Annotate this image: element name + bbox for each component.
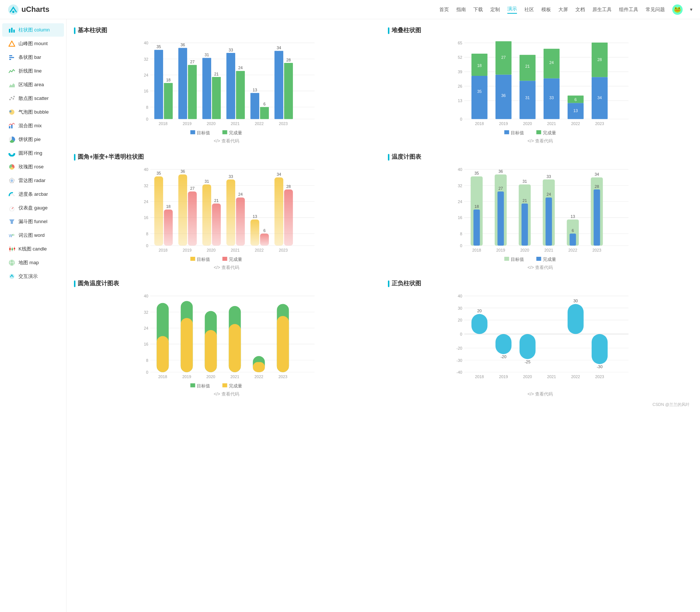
nav-demo[interactable]: 演示 <box>507 6 517 14</box>
code-link-stacked[interactable]: </> 查看代码 <box>388 138 693 144</box>
sidebar-item-scatter[interactable]: 散点图 scatter <box>2 92 64 105</box>
svg-text:31: 31 <box>522 179 527 184</box>
code-link-thermo[interactable]: </> 查看代码 <box>388 265 693 271</box>
logo[interactable]: uCharts <box>7 4 50 16</box>
sidebar-item-interact[interactable]: 交互演示 <box>2 270 64 283</box>
nav-docs[interactable]: 文档 <box>575 6 585 13</box>
svg-rect-62 <box>236 71 245 119</box>
sidebar-item-map[interactable]: 地图 map <box>2 256 64 269</box>
sidebar-item-ring[interactable]: 圆环图 ring <box>2 147 64 160</box>
svg-text:2018: 2018 <box>158 374 167 379</box>
chart-title-pos-neg: 正负柱状图 <box>388 280 693 287</box>
svg-text:6: 6 <box>263 102 266 106</box>
sidebar-item-funnel[interactable]: 漏斗图 funnel <box>2 215 64 228</box>
svg-text:2021: 2021 <box>547 374 556 379</box>
sidebar-item-word[interactable]: Wab 词云图 word <box>2 229 64 242</box>
svg-point-20 <box>10 152 13 155</box>
nav-component-tool[interactable]: 组件工具 <box>619 6 638 13</box>
sidebar-item-rose[interactable]: 玫瑰图 rose <box>2 160 64 174</box>
nav-bigscreen[interactable]: 大屏 <box>558 6 568 13</box>
svg-rect-80 <box>222 130 227 134</box>
code-link-rounded[interactable]: </> 查看代码 <box>74 265 379 271</box>
sidebar-label-ring: 圆环图 ring <box>18 150 42 157</box>
sidebar-item-area[interactable]: 区域图 area <box>2 78 64 91</box>
code-link-rounded-thermo[interactable]: </> 查看代码 <box>74 391 379 397</box>
svg-text:2022: 2022 <box>255 248 264 252</box>
svg-text:8: 8 <box>146 232 148 236</box>
svg-rect-7 <box>9 57 14 58</box>
svg-text:0: 0 <box>460 332 462 336</box>
bubble-icon <box>8 108 16 116</box>
basic-column-svg: 40 32 24 16 8 0 35 18 36 <box>74 39 379 135</box>
svg-text:8: 8 <box>146 105 148 110</box>
svg-text:18: 18 <box>477 63 481 68</box>
svg-text:0: 0 <box>146 370 148 374</box>
sidebar-item-bubble[interactable]: 气泡图 bubble <box>2 105 64 119</box>
chart-basic-column: 基本柱状图 40 32 24 16 <box>74 27 379 144</box>
sidebar-label-mount: 山峰图 mount <box>18 40 48 47</box>
frog-avatar[interactable]: 🐸 <box>672 4 683 15</box>
svg-text:40: 40 <box>144 294 148 298</box>
sidebar-item-column[interactable]: 柱状图 column <box>2 23 64 37</box>
sidebar-item-radar[interactable]: 雷达图 radar <box>2 174 64 187</box>
code-link-basic[interactable]: </> 查看代码 <box>74 138 379 144</box>
chart-stacked-column: 堆叠柱状图 65 52 39 26 <box>388 27 693 144</box>
chart-body-rounded-thermo: 40 32 24 16 8 0 <box>74 292 379 388</box>
scatter-icon <box>8 95 16 102</box>
svg-rect-142 <box>164 209 173 246</box>
nav-community[interactable]: 社区 <box>524 6 534 13</box>
nav-faq[interactable]: 常见问题 <box>646 6 665 13</box>
line-icon <box>8 67 16 75</box>
code-link-pos-neg[interactable]: </> 查看代码 <box>388 391 693 397</box>
svg-text:13: 13 <box>457 98 462 103</box>
column-icon <box>8 26 16 34</box>
nav-custom[interactable]: 定制 <box>490 6 500 13</box>
sidebar-item-pie[interactable]: 饼状图 pie <box>2 133 64 146</box>
sidebar-item-candle[interactable]: K线图 candle <box>2 242 64 256</box>
chart-body-basic: 40 32 24 16 8 0 35 18 36 <box>74 39 379 135</box>
sidebar-item-line[interactable]: 折线图 line <box>2 64 64 78</box>
nav-dropdown-icon[interactable]: ▾ <box>690 7 693 12</box>
sidebar-item-arcbar[interactable]: 进度条 arcbar <box>2 188 64 201</box>
svg-text:2023: 2023 <box>279 248 288 252</box>
svg-text:-30: -30 <box>456 358 462 363</box>
sidebar-label-line: 折线图 line <box>18 68 42 74</box>
svg-marker-9 <box>9 83 15 87</box>
nav-guide[interactable]: 指南 <box>456 6 466 13</box>
header: uCharts 首页 指南 下载 定制 演示 社区 模板 大屏 文档 原生工具 … <box>0 0 700 19</box>
svg-text:2022: 2022 <box>255 121 264 126</box>
svg-text:目标值: 目标值 <box>197 130 210 135</box>
svg-text:27: 27 <box>190 186 195 191</box>
nav-home[interactable]: 首页 <box>439 6 449 13</box>
nav-template[interactable]: 模板 <box>541 6 551 13</box>
sidebar-label-gauge: 仪表盘 gauge <box>18 205 48 211</box>
svg-text:31: 31 <box>204 53 209 57</box>
svg-rect-237 <box>205 330 217 372</box>
radar-icon <box>8 177 16 184</box>
sidebar-item-bar[interactable]: 条状图 bar <box>2 51 64 64</box>
nav-download[interactable]: 下载 <box>473 6 483 13</box>
nav-native-tool[interactable]: 原生工具 <box>592 6 612 13</box>
svg-text:2023: 2023 <box>278 374 287 379</box>
sidebar: 柱状图 column 山峰图 mount 条状图 bar 折线图 line 区域… <box>0 19 67 612</box>
sidebar-label-arcbar: 进度条 arcbar <box>18 191 48 198</box>
svg-rect-78 <box>190 130 195 134</box>
svg-rect-243 <box>277 316 289 372</box>
svg-rect-68 <box>274 51 283 119</box>
svg-rect-195 <box>521 204 528 246</box>
sidebar-item-gauge[interactable]: 仪表盘 gauge <box>2 201 64 215</box>
svg-text:34: 34 <box>277 46 281 50</box>
sidebar-item-mount[interactable]: 山峰图 mount <box>2 37 64 50</box>
sidebar-item-mix[interactable]: 混合图 mix <box>2 119 64 132</box>
svg-rect-154 <box>236 198 245 246</box>
title-bar <box>74 27 75 34</box>
svg-text:2019: 2019 <box>499 121 508 126</box>
svg-text:32: 32 <box>144 310 148 315</box>
svg-text:35: 35 <box>477 89 481 94</box>
sidebar-label-candle: K线图 candle <box>18 246 47 252</box>
chart-title-rounded-thermo: 圆角温度计图表 <box>74 280 379 287</box>
svg-rect-102 <box>519 81 535 119</box>
title-bar-rounded-thermo <box>74 280 75 287</box>
svg-text:2022: 2022 <box>568 248 577 252</box>
svg-rect-48 <box>154 50 163 119</box>
